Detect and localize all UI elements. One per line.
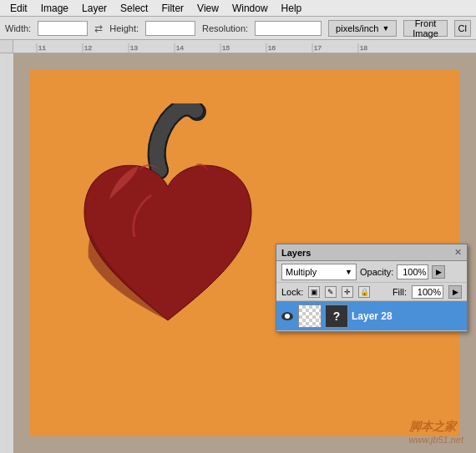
menu-select[interactable]: Select (114, 1, 154, 16)
watermark-text: 脚本之家 (409, 420, 463, 435)
menu-filter[interactable]: Filter (154, 1, 190, 16)
layers-panel: Layers ✕ Multiply ▼ Opacity: ▶ Lock: ▣ ✎… (276, 244, 468, 332)
horizontal-ruler: 11 12 13 14 15 16 17 18 (13, 40, 476, 53)
svg-text:16: 16 (268, 44, 276, 52)
blend-mode-dropdown[interactable]: Multiply ▼ (281, 264, 357, 280)
front-image-button[interactable]: Front Image (403, 20, 447, 37)
opacity-label: Opacity: (360, 267, 393, 277)
lock-paint-icon[interactable]: ✎ (325, 286, 337, 298)
height-input[interactable] (145, 21, 195, 36)
options-bar: Width: ⇄ Height: Resolution: pixels/inch… (0, 17, 476, 40)
front-image-label: Front Image (411, 18, 439, 38)
lock-position-icon[interactable]: ✛ (342, 286, 353, 298)
opacity-input[interactable] (397, 264, 428, 279)
blend-mode-value: Multiply (286, 267, 316, 277)
swap-icon: ⇄ (94, 23, 103, 34)
ruler-corner (0, 40, 13, 53)
svg-text:14: 14 (176, 44, 184, 52)
resolution-label: Resolution: (202, 23, 248, 33)
menu-edit[interactable]: Edit (3, 1, 34, 16)
svg-text:12: 12 (84, 44, 92, 52)
blend-mode-arrow-icon: ▼ (345, 268, 352, 276)
fill-arrow-button[interactable]: ▶ (448, 285, 462, 299)
menu-layer[interactable]: Layer (75, 1, 114, 16)
svg-text:18: 18 (360, 44, 367, 52)
layer-thumbnail (298, 305, 322, 328)
opacity-arrow-button[interactable]: ▶ (432, 265, 445, 279)
menu-window[interactable]: Window (225, 1, 275, 16)
svg-text:17: 17 (314, 44, 322, 52)
clear-button[interactable]: Cl (454, 20, 471, 37)
layer-visibility-toggle[interactable] (280, 309, 295, 324)
svg-text:15: 15 (222, 44, 230, 52)
menu-view[interactable]: View (190, 1, 225, 16)
lock-transparent-icon[interactable]: ▣ (308, 286, 320, 298)
vertical-ruler (0, 53, 13, 453)
layers-panel-title: Layers (281, 248, 311, 258)
resolution-unit-label: pixels/inch (336, 23, 378, 33)
lock-all-icon[interactable]: 🔒 (358, 286, 370, 298)
menu-image[interactable]: Image (34, 1, 75, 16)
watermark: 脚本之家 www.jb51.net (409, 420, 463, 445)
layer-mask-thumbnail: ? (325, 305, 348, 328)
svg-text:13: 13 (130, 44, 138, 52)
dropdown-arrow-icon: ▼ (382, 24, 389, 33)
resolution-unit-dropdown[interactable]: pixels/inch ▼ (328, 20, 397, 37)
menu-bar: Edit Image Layer Select Filter View Wind… (0, 0, 476, 17)
fill-input[interactable] (412, 285, 443, 299)
eye-icon (281, 312, 293, 320)
heart-image (76, 103, 260, 345)
layer-item-layer28[interactable]: ? Layer 28 (276, 301, 467, 331)
canvas-area[interactable]: 脚本之家 www.jb51.net Layers ✕ Multiply ▼ Op… (13, 53, 476, 453)
layer-name: Layer 28 (352, 310, 463, 322)
blend-opacity-row: Multiply ▼ Opacity: ▶ (276, 261, 467, 283)
lock-label: Lock: (281, 287, 303, 297)
lock-row: Lock: ▣ ✎ ✛ 🔒 Fill: ▶ (276, 283, 467, 301)
ruler-area: 11 12 13 14 15 16 17 18 (0, 40, 476, 53)
watermark-subtext: www.jb51.net (409, 435, 463, 445)
clear-label: Cl (458, 23, 467, 33)
resolution-input[interactable] (255, 21, 322, 36)
layers-panel-close[interactable]: ✕ (454, 247, 462, 258)
fill-label: Fill: (392, 287, 407, 297)
height-label: Height: (109, 23, 139, 33)
width-input[interactable] (38, 21, 88, 36)
width-label: Width: (5, 23, 31, 33)
svg-text:11: 11 (38, 44, 46, 52)
layers-panel-header: Layers ✕ (276, 244, 467, 261)
workspace: 脚本之家 www.jb51.net Layers ✕ Multiply ▼ Op… (0, 53, 476, 453)
menu-help[interactable]: Help (275, 1, 309, 16)
